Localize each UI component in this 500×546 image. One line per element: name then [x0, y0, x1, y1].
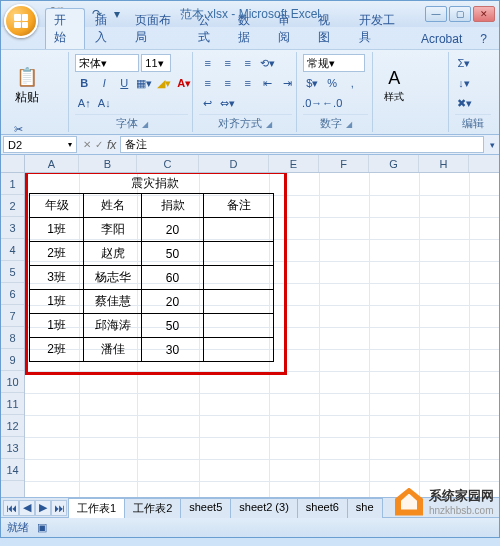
tab-data[interactable]: 数据 [230, 9, 268, 49]
table-cell[interactable] [204, 338, 274, 362]
row-header-13[interactable]: 13 [1, 437, 24, 459]
expand-formula-bar-icon[interactable]: ▾ [486, 140, 499, 150]
last-sheet-icon[interactable]: ⏭ [51, 500, 67, 516]
col-header-C[interactable]: C [137, 155, 199, 172]
currency-icon[interactable]: $▾ [303, 74, 321, 92]
styles-button[interactable]: A 样式 [379, 54, 409, 116]
fx-icon[interactable]: fx [107, 138, 116, 152]
row-header-10[interactable]: 10 [1, 371, 24, 393]
table-cell[interactable]: 60 [142, 266, 204, 290]
table-cell[interactable]: 3班 [30, 266, 84, 290]
row-header-9[interactable]: 9 [1, 349, 24, 371]
tab-layout[interactable]: 页面布局 [127, 9, 187, 49]
tab-developer[interactable]: 开发工具 [351, 9, 411, 49]
tab-view[interactable]: 视图 [310, 9, 348, 49]
orientation-icon[interactable]: ⟲▾ [259, 54, 277, 72]
row-header-8[interactable]: 8 [1, 327, 24, 349]
align-center-icon[interactable]: ≡ [219, 74, 237, 92]
first-sheet-icon[interactable]: ⏮ [3, 500, 19, 516]
fill-color-button[interactable]: ◢▾ [155, 74, 173, 92]
col-header-H[interactable]: H [419, 155, 469, 172]
table-cell[interactable]: 潘佳 [84, 338, 142, 362]
tab-formulas[interactable]: 公式 [190, 9, 228, 49]
tab-insert[interactable]: 插入 [87, 9, 125, 49]
sheet-tab[interactable]: sheet5 [180, 498, 231, 518]
font-name-select[interactable]: 宋体 ▾ [75, 54, 139, 72]
sheet-tab[interactable]: 工作表2 [124, 498, 181, 518]
table-cell[interactable] [204, 218, 274, 242]
table-cell[interactable] [204, 290, 274, 314]
table-cell[interactable] [204, 314, 274, 338]
font-size-select[interactable]: 11 ▾ [141, 54, 171, 72]
italic-button[interactable]: I [95, 74, 113, 92]
col-header-A[interactable]: A [25, 155, 79, 172]
fill-icon[interactable]: ↓▾ [455, 74, 473, 92]
row-header-7[interactable]: 7 [1, 305, 24, 327]
grow-font-icon[interactable]: A↑ [75, 94, 93, 112]
align-top-icon[interactable]: ≡ [199, 54, 217, 72]
macro-record-icon[interactable]: ▣ [37, 521, 47, 534]
align-left-icon[interactable]: ≡ [199, 74, 217, 92]
table-cell[interactable]: 2班 [30, 338, 84, 362]
table-cell[interactable]: 蔡佳慧 [84, 290, 142, 314]
sheet-tab[interactable]: 工作表1 [68, 498, 125, 518]
tab-home[interactable]: 开始 [45, 8, 85, 49]
col-header-B[interactable]: B [79, 155, 137, 172]
row-header-1[interactable]: 1 [1, 173, 24, 195]
formula-input[interactable]: 备注 [120, 136, 484, 153]
comma-icon[interactable]: , [343, 74, 361, 92]
percent-icon[interactable]: % [323, 74, 341, 92]
indent-dec-icon[interactable]: ⇤ [259, 74, 277, 92]
table-cell[interactable]: 邱海涛 [84, 314, 142, 338]
table-cell[interactable]: 20 [142, 290, 204, 314]
table-cell[interactable]: 1班 [30, 290, 84, 314]
row-header-5[interactable]: 5 [1, 261, 24, 283]
underline-button[interactable]: U [115, 74, 133, 92]
table-cell[interactable]: 李阳 [84, 218, 142, 242]
bold-button[interactable]: B [75, 74, 93, 92]
table-cell[interactable]: 杨志华 [84, 266, 142, 290]
maximize-button[interactable]: ▢ [449, 6, 471, 22]
table-cell[interactable]: 50 [142, 314, 204, 338]
decrease-decimal-icon[interactable]: ←.0 [323, 94, 341, 112]
next-sheet-icon[interactable]: ▶ [35, 500, 51, 516]
table-cell[interactable]: 50 [142, 242, 204, 266]
row-header-14[interactable]: 14 [1, 459, 24, 481]
sheet-tab[interactable]: sheet6 [297, 498, 348, 518]
select-all-corner[interactable] [1, 155, 25, 173]
table-cell[interactable]: 1班 [30, 218, 84, 242]
close-button[interactable]: ✕ [473, 6, 495, 22]
paste-button[interactable]: 📋 粘贴 [9, 54, 45, 116]
clear-icon[interactable]: ✖▾ [455, 94, 473, 112]
row-header-12[interactable]: 12 [1, 415, 24, 437]
col-header-D[interactable]: D [199, 155, 269, 172]
sheet-tab[interactable]: sheet2 (3) [230, 498, 298, 518]
office-button[interactable] [4, 4, 38, 38]
row-header-4[interactable]: 4 [1, 239, 24, 261]
table-cell[interactable] [204, 266, 274, 290]
prev-sheet-icon[interactable]: ◀ [19, 500, 35, 516]
tab-review[interactable]: 审阅 [270, 9, 308, 49]
indent-inc-icon[interactable]: ⇥ [279, 74, 297, 92]
col-header-F[interactable]: F [319, 155, 369, 172]
row-header-6[interactable]: 6 [1, 283, 24, 305]
enter-formula-icon[interactable]: ✓ [95, 139, 103, 150]
table-cell[interactable] [204, 242, 274, 266]
table-cell[interactable]: 2班 [30, 242, 84, 266]
table-cell[interactable]: 30 [142, 338, 204, 362]
align-bottom-icon[interactable]: ≡ [239, 54, 257, 72]
col-header-G[interactable]: G [369, 155, 419, 172]
autosum-icon[interactable]: Σ▾ [455, 54, 473, 72]
tab-acrobat[interactable]: Acrobat [413, 29, 470, 49]
row-header-11[interactable]: 11 [1, 393, 24, 415]
border-button[interactable]: ▦▾ [135, 74, 153, 92]
name-box[interactable]: D2▾ [3, 136, 77, 153]
minimize-button[interactable]: — [425, 6, 447, 22]
sheet-tab[interactable]: she [347, 498, 383, 518]
number-format-select[interactable]: 常规 ▾ [303, 54, 365, 72]
shrink-font-icon[interactable]: A↓ [95, 94, 113, 112]
font-color-button[interactable]: A▾ [175, 74, 193, 92]
table-cell[interactable]: 赵虎 [84, 242, 142, 266]
align-right-icon[interactable]: ≡ [239, 74, 257, 92]
help-icon[interactable]: ? [472, 29, 495, 49]
